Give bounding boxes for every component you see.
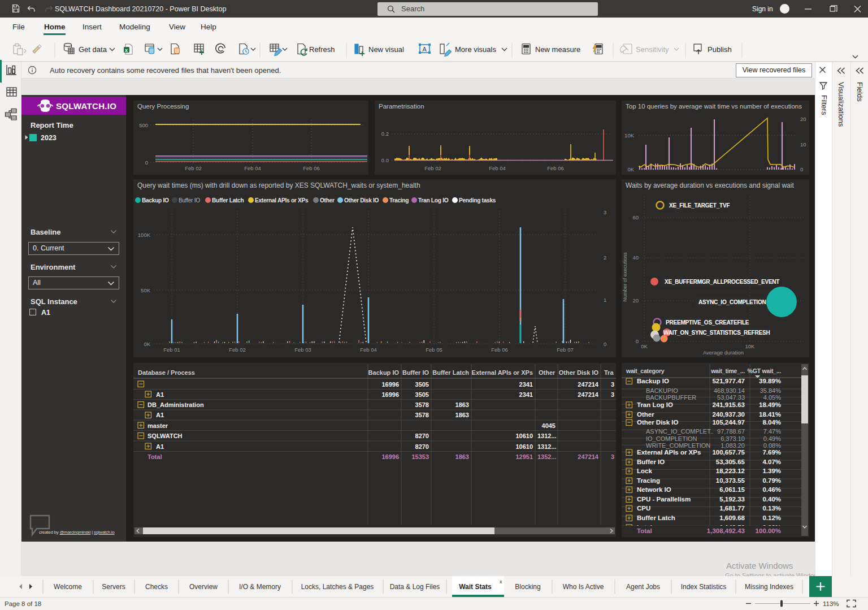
svg-text:Other: Other xyxy=(637,411,654,418)
svg-text:0.08%: 0.08% xyxy=(763,442,781,449)
svg-text:Feb 06: Feb 06 xyxy=(303,165,320,171)
svg-text:100,657.75: 100,657.75 xyxy=(712,449,745,456)
svg-text:0: 0 xyxy=(636,338,639,344)
svg-text:Number of executions: Number of executions xyxy=(622,252,628,302)
svg-text:1: 1 xyxy=(604,297,606,303)
svg-text:Checks: Checks xyxy=(145,583,168,591)
svg-text:Tra: Tra xyxy=(604,369,614,376)
svg-text:Query wait times (ms) with dri: Query wait times (ms) with drill down as… xyxy=(137,181,420,189)
svg-text:CPU - Parallelism: CPU - Parallelism xyxy=(637,496,691,503)
svg-text:Wait Stats: Wait Stats xyxy=(459,583,492,591)
svg-text:Overview: Overview xyxy=(189,583,218,591)
svg-text:1863: 1863 xyxy=(455,401,469,408)
svg-text:18,223.12: 18,223.12 xyxy=(716,468,745,474)
svg-text:External APIs or XPs: External APIs or XPs xyxy=(255,197,309,204)
svg-text:Blocking: Blocking xyxy=(515,583,540,591)
svg-text:Other Disk IO: Other Disk IO xyxy=(637,419,679,426)
svg-text:0.49%: 0.49% xyxy=(763,435,781,442)
svg-text:Index Statistics: Index Statistics xyxy=(681,583,727,591)
svg-text:521,977.47: 521,977.47 xyxy=(712,378,745,384)
svg-text:WRITE_COMPLETION: WRITE_COMPLETION xyxy=(646,442,710,449)
svg-text:Parametrisation: Parametrisation xyxy=(379,103,424,110)
svg-text:ASYNC_IO_COMPLETION: ASYNC_IO_COMPLETION xyxy=(698,299,766,305)
svg-text:XE_BUFFERMGR_ALLPROCESSED_EVEN: XE_BUFFERMGR_ALLPROCESSED_EVENT xyxy=(665,279,779,285)
svg-text:100K: 100K xyxy=(138,232,151,238)
svg-text:New measure: New measure xyxy=(535,45,580,54)
svg-text:Feb 04: Feb 04 xyxy=(360,347,377,353)
svg-text:1863: 1863 xyxy=(455,412,469,418)
svg-text:DB_Administration: DB_Administration xyxy=(147,401,204,408)
svg-text:240,937.30: 240,937.30 xyxy=(712,411,745,418)
svg-text:Publish: Publish xyxy=(708,45,732,54)
svg-text:Database / Process: Database / Process xyxy=(138,369,195,376)
svg-text:External APIs or XPs: External APIs or XPs xyxy=(472,369,533,376)
svg-text:Backup IO: Backup IO xyxy=(637,378,669,384)
svg-text:20: 20 xyxy=(632,297,639,304)
svg-text:241,915.63: 241,915.63 xyxy=(712,401,745,408)
svg-text:Lock: Lock xyxy=(637,468,652,474)
svg-text:1863: 1863 xyxy=(455,453,469,460)
svg-text:0: 0 xyxy=(604,341,606,347)
svg-text:1,609.68: 1,609.68 xyxy=(719,514,745,521)
svg-text:Buffer Latch: Buffer Latch xyxy=(432,369,469,376)
svg-text:247214: 247214 xyxy=(578,453,599,460)
svg-text:0K: 0K xyxy=(144,341,150,347)
svg-text:4.05%: 4.05% xyxy=(763,394,781,401)
svg-text:16996: 16996 xyxy=(381,453,399,460)
svg-text:35.84%: 35.84% xyxy=(760,387,782,394)
svg-text:Feb 02: Feb 02 xyxy=(185,165,202,171)
svg-text:Tran Log IO: Tran Log IO xyxy=(418,197,449,204)
svg-text:468,930.14: 468,930.14 xyxy=(714,387,745,394)
svg-text:4045: 4045 xyxy=(542,422,555,429)
svg-text:Welcome: Welcome xyxy=(54,583,82,591)
svg-text:5,192.33: 5,192.33 xyxy=(719,496,745,503)
svg-text:247214: 247214 xyxy=(578,391,599,398)
svg-text:Top 10 queries by average wait: Top 10 queries by average wait time vs n… xyxy=(626,103,802,110)
svg-text:0K: 0K xyxy=(641,343,648,349)
svg-text:1352...: 1352... xyxy=(537,453,557,460)
svg-text:New visual: New visual xyxy=(368,45,404,54)
svg-text:2: 2 xyxy=(604,254,606,261)
svg-text:Feb 07: Feb 07 xyxy=(557,347,574,353)
svg-text:%GT wait_...: %GT wait_... xyxy=(748,367,782,374)
svg-text:Feb 03: Feb 03 xyxy=(294,347,311,353)
svg-text:3: 3 xyxy=(611,453,614,460)
svg-text:PREEMPTIVE_OS_CREATEFILE: PREEMPTIVE_OS_CREATEFILE xyxy=(666,319,749,326)
svg-text:SQLWATCH: SQLWATCH xyxy=(147,432,183,439)
svg-text:Servers: Servers xyxy=(102,583,125,591)
svg-text:Query Processing: Query Processing xyxy=(137,103,189,110)
svg-text:3: 3 xyxy=(611,391,614,398)
svg-text:10: 10 xyxy=(800,141,806,148)
svg-text:8270: 8270 xyxy=(415,432,429,439)
svg-text:1312...: 1312... xyxy=(537,432,557,439)
svg-text:Buffer Latch: Buffer Latch xyxy=(212,197,244,204)
svg-text:Other: Other xyxy=(539,369,555,376)
svg-text:Backup IO: Backup IO xyxy=(368,369,400,376)
svg-text:CPU: CPU xyxy=(637,505,650,512)
svg-text:10610: 10610 xyxy=(515,443,533,450)
svg-text:BACKUPBUFFER: BACKUPBUFFER xyxy=(646,394,696,401)
svg-text:x: x xyxy=(500,579,502,585)
svg-text:12951: 12951 xyxy=(515,453,533,460)
svg-text:3: 3 xyxy=(604,209,606,215)
svg-text:1312...: 1312... xyxy=(537,443,557,450)
svg-text:1,083.20: 1,083.20 xyxy=(721,442,745,449)
svg-text:Feb 01: Feb 01 xyxy=(163,347,180,353)
svg-text:4.07%: 4.07% xyxy=(762,458,781,465)
svg-text:10610: 10610 xyxy=(515,432,533,439)
svg-text:0.0: 0.0 xyxy=(381,157,389,163)
svg-text:Buffer Latch: Buffer Latch xyxy=(637,514,675,521)
svg-text:18.41%: 18.41% xyxy=(759,411,781,418)
svg-text:8.04%: 8.04% xyxy=(762,419,781,426)
svg-text:WAIT_ON_SYNC_STATISTICS_REFRES: WAIT_ON_SYNC_STATISTICS_REFRESH xyxy=(663,330,770,336)
svg-text:6,061.15: 6,061.15 xyxy=(719,486,745,493)
svg-text:A1: A1 xyxy=(156,412,164,418)
svg-text:247214: 247214 xyxy=(578,381,599,388)
svg-text:Get data: Get data xyxy=(79,45,107,54)
svg-text:XE_FILE_TARGET_TVF: XE_FILE_TARGET_TVF xyxy=(669,202,730,209)
svg-text:Data & Log Files: Data & Log Files xyxy=(390,583,440,591)
svg-text:Feb 06: Feb 06 xyxy=(547,165,564,171)
svg-text:ASYNC_IO_COMPLET..: ASYNC_IO_COMPLET.. xyxy=(646,428,714,435)
svg-text:x: x xyxy=(125,47,128,53)
svg-text:0.13%: 0.13% xyxy=(762,505,781,512)
